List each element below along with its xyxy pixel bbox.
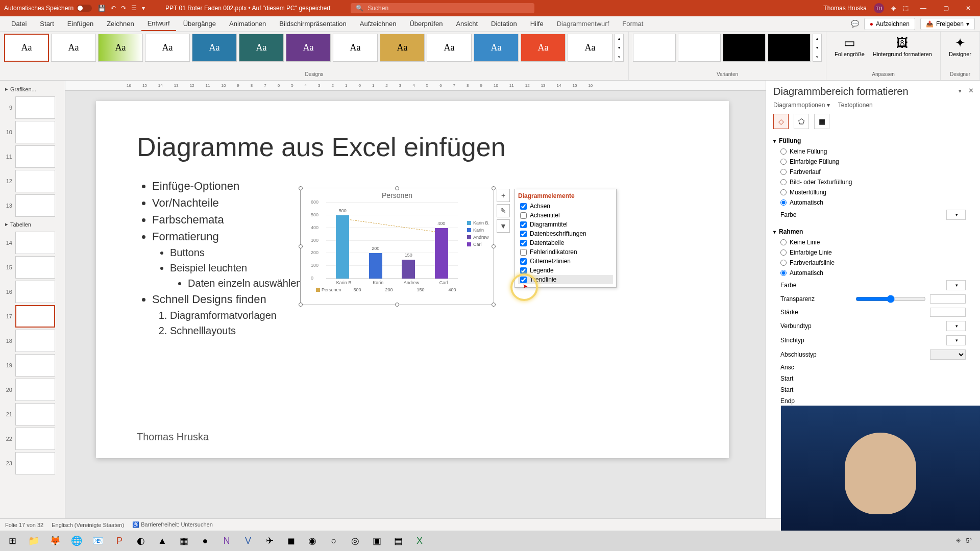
accessibility-indicator[interactable]: ♿ Barrierefreiheit: Untersuchen <box>132 521 213 528</box>
file-explorer-icon[interactable]: 📁 <box>24 533 43 549</box>
flyout-item-fehlerindikatoren[interactable]: Fehlerindikatoren <box>518 247 613 257</box>
slide-thumbnail[interactable]: 22 <box>3 428 62 450</box>
tab-animationen[interactable]: Animationen <box>223 17 272 31</box>
tab-ansicht[interactable]: Ansicht <box>450 17 484 31</box>
username[interactable]: Thomas Hruska <box>823 5 867 12</box>
coming-soon-icon[interactable]: ◈ <box>891 5 896 12</box>
share-button[interactable]: 📤Freigeben▾ <box>920 18 975 30</box>
powerpoint-icon[interactable]: P <box>110 533 129 549</box>
autosave-toggle[interactable]: Automatisches Speichern <box>4 5 92 12</box>
design-thumb[interactable]: Aa <box>380 34 425 62</box>
slide-thumbnail[interactable]: 21 <box>3 403 62 425</box>
section-header[interactable]: ▸ Grafiken... <box>2 84 63 94</box>
save-icon[interactable]: 💾 <box>98 5 106 12</box>
slide-thumbnail[interactable]: 12 <box>3 170 62 192</box>
close-pane-icon[interactable]: ✕ <box>968 87 974 94</box>
flyout-item-achsen[interactable]: Achsen <box>518 202 613 211</box>
excel-icon[interactable]: X <box>410 533 429 549</box>
tab-bildschirmpraesentation[interactable]: Bildschirmpräsentation <box>273 17 353 31</box>
chart-bar[interactable]: 150 <box>402 260 415 279</box>
tab-format[interactable]: Format <box>616 17 649 31</box>
fill-option[interactable]: Bild- oder Texturfüllung <box>773 177 973 187</box>
width-input[interactable] <box>930 308 966 317</box>
variant-thumb[interactable] <box>633 34 676 62</box>
design-thumb[interactable]: Aa <box>239 34 284 62</box>
chart-title[interactable]: Personen <box>301 188 494 203</box>
tab-zeichnen[interactable]: Zeichnen <box>101 17 140 31</box>
border-option[interactable]: Automatisch <box>773 268 973 278</box>
qat-more-icon[interactable]: ▾ <box>142 5 145 12</box>
app-icon[interactable]: ◼ <box>282 533 300 549</box>
touch-mode-icon[interactable]: ☰ <box>131 5 137 12</box>
tab-ueberpruefen[interactable]: Überprüfen <box>403 17 449 31</box>
slide-thumbnail[interactable]: 10 <box>3 121 62 143</box>
effects-icon[interactable]: ⬠ <box>794 114 809 129</box>
design-thumb[interactable]: Aa <box>51 34 96 62</box>
slide[interactable]: Diagramme aus Excel einfügen Einfüge-Opt… <box>96 101 729 458</box>
app-icon[interactable]: ▦ <box>175 533 193 549</box>
resize-handle[interactable] <box>395 186 399 190</box>
undo-icon[interactable]: ↶ <box>111 5 116 12</box>
fill-option[interactable]: Automatisch <box>773 197 973 208</box>
slide-thumbnail[interactable]: 19 <box>3 354 62 377</box>
designs-more-icon[interactable]: ▴▾▿ <box>615 34 624 62</box>
app-icon[interactable]: ▣ <box>368 533 386 549</box>
app-icon[interactable]: ○ <box>325 533 343 549</box>
outlook-icon[interactable]: 📧 <box>89 533 107 549</box>
design-thumb[interactable]: Aa <box>427 34 472 62</box>
resize-handle[interactable] <box>395 303 399 307</box>
slide-title[interactable]: Diagramme aus Excel einfügen <box>137 132 688 162</box>
collapse-pane-icon[interactable]: ▾ <box>959 88 962 94</box>
search-box[interactable]: 🔍 <box>351 3 534 13</box>
tab-textoptionen[interactable]: Textoptionen <box>838 102 873 109</box>
tab-dictation[interactable]: Dictation <box>485 17 523 31</box>
design-thumb[interactable]: Aa <box>286 34 331 62</box>
format-background-button[interactable]: 🖼Hintergrund formatieren <box>869 34 936 59</box>
comments-icon[interactable]: 💬 <box>851 20 859 28</box>
tab-aufzeichnen[interactable]: Aufzeichnen <box>354 17 403 31</box>
tab-start[interactable]: Start <box>34 17 60 31</box>
slide-thumbnail-pane[interactable]: ▸ Grafiken... 9 10 11 12 13 ▸ Tabellen 1… <box>0 81 65 518</box>
resize-handle[interactable] <box>492 186 496 190</box>
app-icon[interactable]: ◐ <box>132 533 150 549</box>
flyout-item-gitternetzlinien[interactable]: Gitternetzlinien <box>518 257 613 266</box>
design-thumb[interactable]: Aa <box>521 34 566 62</box>
app-icon[interactable]: ● <box>196 533 214 549</box>
slide-counter[interactable]: Folie 17 von 32 <box>5 522 43 528</box>
flyout-item-achsentitel[interactable]: Achsentitel <box>518 211 613 220</box>
minimize-button[interactable]: — <box>916 5 931 12</box>
variant-thumb[interactable] <box>768 34 811 62</box>
cap-type-select[interactable] <box>930 349 966 360</box>
design-thumb[interactable]: Aa <box>98 34 143 62</box>
slide-thumbnail[interactable]: 15 <box>3 256 62 279</box>
fill-option[interactable]: Farbverlauf <box>773 167 973 177</box>
resize-handle[interactable] <box>299 244 303 248</box>
variants-more-icon[interactable]: ▴▾▿ <box>813 34 822 62</box>
design-thumb[interactable]: Aa <box>474 34 519 62</box>
tab-einfuegen[interactable]: Einfügen <box>61 17 100 31</box>
redo-icon[interactable]: ↷ <box>121 5 126 12</box>
avatar[interactable]: TH <box>874 3 884 13</box>
color-picker-button[interactable] <box>946 210 966 220</box>
tab-datei[interactable]: Datei <box>5 17 33 31</box>
compound-type-button[interactable] <box>946 321 966 331</box>
fill-section-header[interactable]: Füllung <box>773 135 973 146</box>
resize-handle[interactable] <box>492 244 496 248</box>
transparency-slider[interactable] <box>855 295 926 303</box>
resize-handle[interactable] <box>299 186 303 190</box>
obs-icon[interactable]: ◉ <box>303 533 322 549</box>
chart-bar[interactable]: 500 <box>336 215 349 279</box>
flyout-item-datentabelle[interactable]: Datentabelle <box>518 238 613 247</box>
border-option[interactable]: Keine Linie <box>773 237 973 247</box>
chart-filters-button[interactable]: ▼ <box>497 219 510 233</box>
slide-thumbnail[interactable]: 16 <box>3 281 62 303</box>
record-button[interactable]: ●Aufzeichnen <box>864 18 915 30</box>
flyout-item-datenbeschriftungen[interactable]: Datenbeschriftungen <box>518 229 613 238</box>
maximize-button[interactable]: ▢ <box>938 5 953 12</box>
slide-size-button[interactable]: ▭Foliengröße <box>830 34 869 59</box>
flyout-item-trendlinie[interactable]: Trendlinie <box>518 275 613 284</box>
slide-thumbnail[interactable]: 17 <box>3 305 62 328</box>
slide-thumbnail[interactable]: 18 <box>3 330 62 352</box>
design-thumb[interactable]: Aa <box>568 34 612 62</box>
fill-option[interactable]: Musterfüllung <box>773 187 973 197</box>
